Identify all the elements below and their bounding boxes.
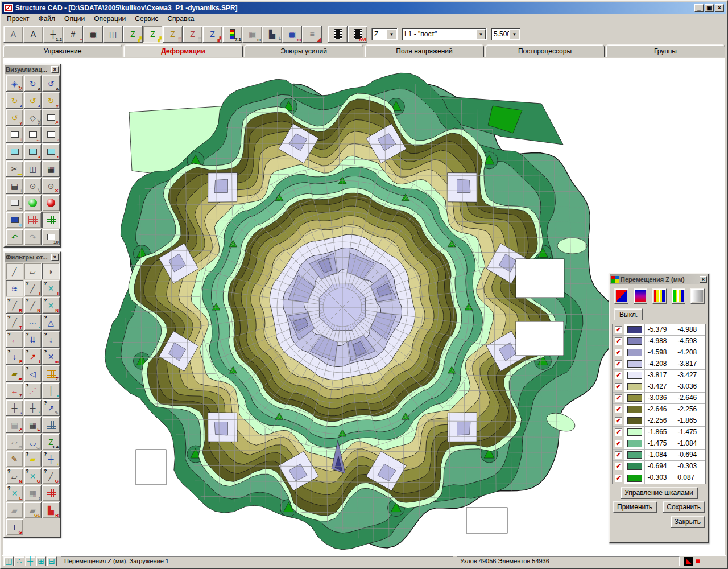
range-checkbox[interactable]: ✔ bbox=[615, 417, 622, 424]
view-front-arrow-icon[interactable]: ↓ bbox=[6, 126, 23, 143]
tab-Управление[interactable]: Управление bbox=[3, 44, 122, 57]
menu-item-Файл[interactable]: Файл bbox=[34, 14, 60, 23]
dotted-grid-icon[interactable] bbox=[42, 417, 60, 433]
stop-icon[interactable] bbox=[42, 195, 60, 211]
range-checkbox[interactable]: ✔ bbox=[615, 406, 622, 413]
range-checkbox[interactable]: ✔ bbox=[615, 326, 622, 333]
local-axes-icon[interactable]: ←? bbox=[6, 331, 23, 348]
dimensions-icon[interactable]: ◁? bbox=[24, 365, 42, 382]
mesh-arrows-icon[interactable]: ▦m bbox=[282, 26, 302, 43]
node-axis-icon[interactable]: ┼• bbox=[42, 382, 60, 399]
rotate-x-cw-icon[interactable]: ↻x bbox=[24, 75, 42, 92]
cable-icon[interactable]: ◡◡ bbox=[24, 434, 42, 450]
scheme-wire-icon[interactable]: A bbox=[3, 26, 23, 43]
save-button[interactable]: Сохранить bbox=[663, 501, 705, 513]
deform-scale-icon[interactable]: Z1.4 bbox=[42, 434, 60, 450]
node-l-icon[interactable]: ✕?L bbox=[6, 485, 23, 501]
isofields-icon[interactable]: ≡◢ bbox=[302, 26, 322, 43]
range-checkbox[interactable]: ✔ bbox=[615, 337, 622, 345]
sum-colors-icon[interactable]: Σ bbox=[42, 365, 60, 382]
scale-gradient-icon[interactable] bbox=[634, 288, 648, 304]
legend-off-button[interactable]: Выкл. bbox=[614, 308, 643, 320]
scale-values-icon[interactable]: 10 bbox=[42, 229, 60, 245]
range-checkbox[interactable]: ✔ bbox=[615, 463, 622, 470]
red-grid-icon[interactable] bbox=[42, 485, 60, 501]
zoom-icon[interactable]: ⊙╲ bbox=[24, 178, 42, 194]
start-icon[interactable] bbox=[24, 195, 42, 211]
sb-line-icon[interactable]: ∴ bbox=[14, 556, 24, 566]
shape-gray-icon[interactable]: ▰ bbox=[6, 502, 23, 518]
cube-mode-icon[interactable]: ■ bbox=[693, 557, 702, 566]
chevron-down-icon[interactable]: ▼ bbox=[387, 29, 396, 39]
apply-button[interactable]: Применить bbox=[613, 501, 656, 513]
view-front-face-icon[interactable] bbox=[6, 143, 23, 160]
deform-rb-icon[interactable]: Z▞ bbox=[202, 26, 222, 43]
rod-r-icon[interactable]: ╱?R bbox=[6, 297, 23, 314]
frame-3d-icon[interactable]: ▦ bbox=[83, 26, 103, 43]
brush-icon[interactable]: ✎ bbox=[6, 451, 23, 467]
sb-pan-icon[interactable]: ◫ bbox=[3, 556, 14, 566]
deformation-fields-icon[interactable]: Z▞ bbox=[143, 26, 163, 43]
scale-combo[interactable]: 5.500▼ bbox=[491, 28, 520, 40]
menu-item-Операции[interactable]: Операции bbox=[89, 14, 130, 23]
force-icon[interactable]: ↓?F bbox=[6, 348, 23, 365]
range-checkbox[interactable]: ✔ bbox=[615, 372, 622, 379]
plates-stack-icon[interactable]: ▰? bbox=[24, 451, 42, 467]
range-checkbox[interactable]: ✔ bbox=[615, 451, 622, 459]
undo-icon[interactable]: ↶ bbox=[6, 229, 23, 245]
range-checkbox[interactable]: ✔ bbox=[615, 475, 622, 482]
manage-scales-button[interactable]: Управление шкалами bbox=[621, 487, 697, 498]
gl-profile-icon[interactable]: ▰GL bbox=[24, 502, 42, 518]
projection-icon[interactable]: ◇╳ bbox=[24, 109, 42, 126]
tab-Постпроцессоры[interactable]: Постпроцессоры bbox=[485, 44, 605, 57]
tab-Деформации[interactable]: Деформации bbox=[123, 44, 243, 57]
fragmentation-panels-icon[interactable]: ◫ bbox=[24, 160, 42, 177]
rod-g-icon[interactable]: ╱?G bbox=[42, 468, 60, 484]
rotate-z-cw-icon[interactable]: ↻z bbox=[6, 92, 23, 109]
scheme-solid-icon[interactable]: A bbox=[23, 26, 43, 43]
range-checkbox[interactable]: ✔ bbox=[615, 360, 622, 368]
zoom-cancel-icon[interactable]: ⊙✕ bbox=[42, 178, 60, 194]
chevron-down-icon[interactable]: ▼ bbox=[476, 29, 486, 39]
sb-node-icon[interactable]: ┼ bbox=[25, 556, 35, 566]
view-iso-icon[interactable]: ↗ bbox=[42, 109, 60, 126]
edit-mode-icon[interactable]: ◣ bbox=[684, 557, 693, 566]
hidden-lines-icon[interactable]: ▤↓ bbox=[6, 178, 23, 194]
axes-pencil-icon[interactable]: ↗?✎ bbox=[42, 399, 60, 416]
scale-stripes-green-icon[interactable] bbox=[672, 288, 686, 304]
animation-avi-icon[interactable]: AVI bbox=[348, 26, 367, 43]
tab-Эпюры усилий[interactable]: Эпюры усилий bbox=[244, 44, 363, 57]
range-checkbox[interactable]: ✔ bbox=[615, 394, 622, 402]
redo-icon[interactable]: ↷ bbox=[24, 229, 42, 245]
tab-Группы[interactable]: Группы bbox=[606, 44, 725, 57]
close-icon[interactable]: × bbox=[700, 276, 707, 283]
filter-plates-icon[interactable]: ▱ bbox=[24, 263, 42, 279]
loadcase-combo[interactable]: L1 - "пост"▼ bbox=[402, 28, 487, 40]
deformation-scheme-icon[interactable]: Z▞ bbox=[123, 26, 143, 43]
chevron-down-icon[interactable]: ▼ bbox=[510, 29, 519, 39]
ribbon-icon[interactable]: ▰▰ bbox=[6, 365, 23, 382]
grid-dim-icon[interactable]: ▦↕ bbox=[24, 485, 42, 501]
element-numbers-icon[interactable]: ╱?N bbox=[24, 297, 42, 314]
range-checkbox[interactable]: ✔ bbox=[615, 349, 622, 356]
node-info-icon[interactable]: ✕?i bbox=[42, 280, 60, 296]
sb-frag2-icon[interactable]: ⊟ bbox=[47, 556, 57, 566]
plate-n-icon[interactable]: ▱?N bbox=[6, 468, 23, 484]
minimize-button[interactable]: _ bbox=[694, 4, 704, 12]
rotate-x-ccw-icon[interactable]: ↺x bbox=[42, 75, 60, 92]
sum-arrow-icon[interactable]: ←Σ bbox=[6, 382, 23, 399]
node-axis-2-icon[interactable]: ┼▪ bbox=[6, 399, 23, 416]
animation-icon[interactable] bbox=[328, 26, 348, 43]
dialog-windows-icon[interactable]: ◆ bbox=[6, 212, 23, 228]
fragment-grid-icon[interactable]: ▦↳ bbox=[24, 417, 42, 433]
close-button[interactable]: × bbox=[715, 4, 724, 12]
node-g-icon[interactable]: ✕?G bbox=[24, 468, 42, 484]
element-types-icon[interactable]: ╱?T bbox=[6, 314, 23, 331]
fragmentation-icon[interactable]: ◫ bbox=[103, 26, 123, 43]
filter-springs-icon[interactable]: ≋ bbox=[6, 280, 23, 296]
menu-item-Справка[interactable]: Справка bbox=[163, 14, 198, 23]
filter-rods-icon[interactable]: ╱ bbox=[6, 263, 23, 279]
tab-Поля напряжений[interactable]: Поля напряжений bbox=[365, 44, 484, 57]
close-icon[interactable]: × bbox=[51, 254, 59, 261]
frame-view-icon[interactable]: ▦ bbox=[42, 160, 60, 177]
